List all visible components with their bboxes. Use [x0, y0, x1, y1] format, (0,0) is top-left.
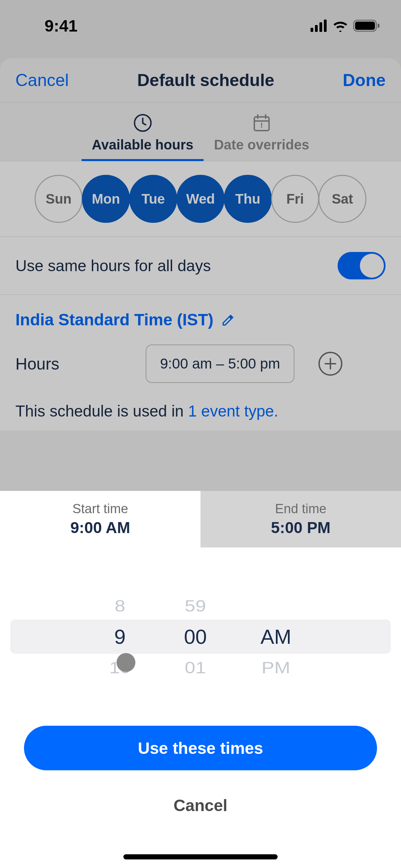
svg-rect-2	[319, 22, 322, 32]
touch-indicator	[117, 653, 135, 672]
edit-icon	[220, 313, 235, 327]
wheel-period-selected: AM	[260, 621, 291, 652]
done-button[interactable]: Done	[343, 70, 386, 90]
picker-actions: Use these times Cancel	[0, 712, 401, 832]
day-chip-sun[interactable]: Sun	[35, 175, 83, 223]
time-wheel-picker[interactable]: 8 9 10 59 00 01 -- AM PM	[0, 561, 401, 712]
hours-label: Hours	[15, 354, 129, 373]
end-time-label: End time	[275, 502, 327, 516]
sheet-title: Default schedule	[137, 70, 274, 90]
usage-prefix: This schedule is used in	[15, 402, 188, 420]
usage-link[interactable]: 1 event type.	[188, 402, 278, 420]
add-hours-button[interactable]	[318, 352, 342, 376]
schedule-tabs: Available hours ! Date overrides	[0, 103, 401, 161]
timezone-row[interactable]: India Standard Time (IST)	[15, 310, 386, 329]
hours-row: Hours 9:00 am – 5:00 pm	[15, 345, 386, 383]
use-times-button[interactable]: Use these times	[24, 726, 377, 770]
tab-date-overrides[interactable]: ! Date overrides	[214, 113, 309, 161]
minute-wheel[interactable]: 59 00 01	[175, 590, 216, 683]
day-chip-mon[interactable]: Mon	[82, 175, 130, 223]
wheel-hour-prev: 8	[114, 593, 125, 619]
usage-text: This schedule is used in 1 event type.	[15, 402, 386, 420]
hours-range-button[interactable]: 9:00 am – 5:00 pm	[146, 345, 294, 383]
wifi-icon	[332, 20, 349, 32]
timezone-section: India Standard Time (IST) Hours 9:00 am …	[0, 295, 401, 431]
days-selector: Sun Mon Tue Wed Thu Fri Sat	[0, 161, 401, 237]
status-bar: 9:41	[0, 0, 401, 45]
svg-rect-6	[378, 24, 379, 28]
end-time-tab[interactable]: End time 5:00 PM	[200, 491, 401, 547]
svg-text:!: !	[260, 121, 263, 130]
day-chip-tue[interactable]: Tue	[129, 175, 177, 223]
cellular-icon	[311, 20, 328, 32]
day-chip-thu[interactable]: Thu	[224, 175, 272, 223]
svg-rect-0	[311, 28, 313, 32]
svg-rect-3	[324, 20, 327, 32]
wheel-min-prev: 59	[185, 593, 206, 619]
time-picker-tabs: Start time 9:00 AM End time 5:00 PM	[0, 491, 401, 547]
end-time-value: 5:00 PM	[271, 518, 331, 537]
wheel-min-next: 01	[185, 654, 206, 681]
tab-label: Available hours	[92, 137, 193, 153]
svg-rect-5	[355, 22, 375, 30]
cancel-button[interactable]: Cancel	[15, 70, 69, 90]
start-time-label: Start time	[72, 502, 128, 516]
tab-label: Date overrides	[214, 137, 309, 153]
start-time-tab[interactable]: Start time 9:00 AM	[0, 491, 200, 547]
period-wheel[interactable]: -- AM PM	[250, 590, 302, 683]
status-time: 9:41	[45, 16, 77, 35]
status-icons	[311, 19, 380, 33]
time-picker-sheet: Start time 9:00 AM End time 5:00 PM 8 9 …	[0, 491, 401, 868]
same-hours-toggle[interactable]	[338, 252, 386, 279]
svg-rect-1	[315, 25, 318, 32]
sheet-header: Cancel Default schedule Done	[0, 58, 401, 103]
wheel-period-next: PM	[262, 654, 290, 681]
timezone-label: India Standard Time (IST)	[15, 310, 214, 329]
toggle-label: Use same hours for all days	[15, 256, 211, 275]
day-chip-fri[interactable]: Fri	[271, 175, 319, 223]
plus-icon	[324, 357, 337, 370]
tab-available-hours[interactable]: Available hours	[92, 113, 193, 161]
picker-cancel-button[interactable]: Cancel	[24, 789, 377, 822]
battery-icon	[353, 19, 380, 33]
day-chip-wed[interactable]: Wed	[177, 175, 224, 223]
clock-icon	[133, 113, 152, 132]
start-time-value: 9:00 AM	[70, 518, 130, 537]
day-chip-sat[interactable]: Sat	[318, 175, 366, 223]
calendar-icon: !	[252, 113, 271, 132]
toggle-knob	[360, 254, 384, 278]
home-indicator[interactable]	[123, 854, 278, 859]
wheel-hour-selected: 9	[114, 621, 125, 652]
wheel-min-selected: 00	[184, 621, 207, 652]
same-hours-toggle-row: Use same hours for all days	[0, 237, 401, 295]
